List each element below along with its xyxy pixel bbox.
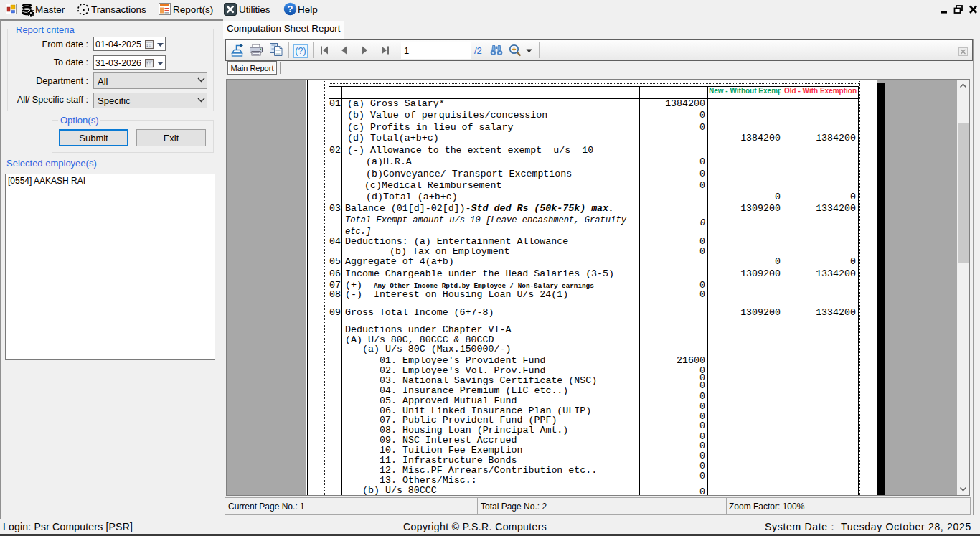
svg-text:?: ? — [288, 4, 293, 14]
